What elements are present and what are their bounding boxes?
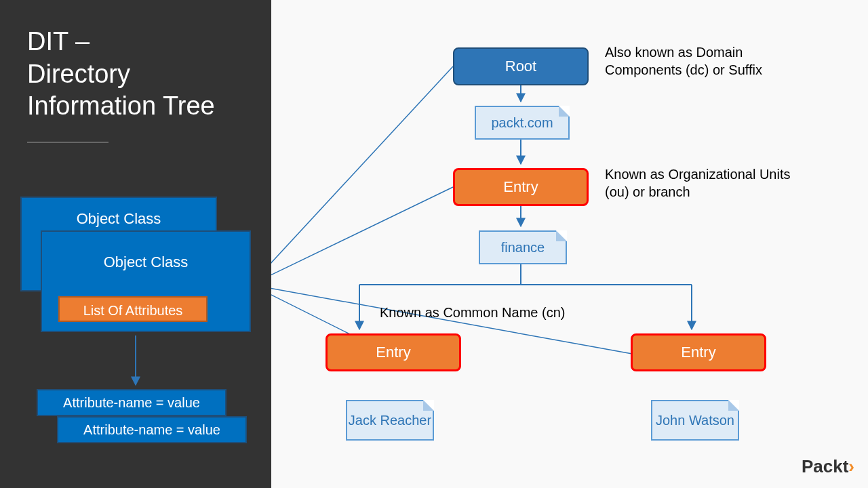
attribute-box-1: Attribute-name = value xyxy=(37,389,226,416)
sidebar: DIT – Directory Information Tree Object … xyxy=(0,0,271,488)
packt-tag: packt.com xyxy=(475,106,570,140)
packt-logo: Packt› xyxy=(802,456,854,477)
slide-title: DIT – Directory Information Tree xyxy=(27,26,251,123)
attribute-box-2: Attribute-name = value xyxy=(57,416,247,443)
entry-node-right: Entry xyxy=(631,333,766,371)
entry-node-ou: Entry xyxy=(453,168,589,206)
jack-tag: Jack Reacher xyxy=(346,400,434,441)
svg-line-8 xyxy=(271,66,453,285)
title-line-2: Directory xyxy=(27,60,130,88)
diagram-area: Root packt.com Entry finance Entry Entry… xyxy=(271,0,868,488)
annotation-entry: Known as Organizational Units (ou) or br… xyxy=(605,165,808,201)
logo-accent: › xyxy=(848,456,854,476)
svg-line-9 xyxy=(271,187,453,285)
object-class-box-front: Object Class List Of Attributes xyxy=(41,230,251,332)
object-class-label: Object Class xyxy=(104,253,189,270)
annotation-leaf: Known as Common Name (cn) xyxy=(380,304,651,321)
title-line-3: Information Tree xyxy=(27,92,215,120)
svg-line-10 xyxy=(271,285,353,336)
list-of-attributes-box: List Of Attributes xyxy=(58,296,208,322)
john-tag: John Watson xyxy=(651,400,739,441)
finance-tag: finance xyxy=(479,230,567,264)
root-node: Root xyxy=(453,47,589,85)
logo-text: Packt xyxy=(802,456,848,476)
title-line-1: DIT – xyxy=(27,27,90,56)
entry-node-left: Entry xyxy=(326,333,461,371)
title-underline xyxy=(27,142,108,143)
annotation-root: Also known as Domain Components (dc) or … xyxy=(605,43,808,79)
